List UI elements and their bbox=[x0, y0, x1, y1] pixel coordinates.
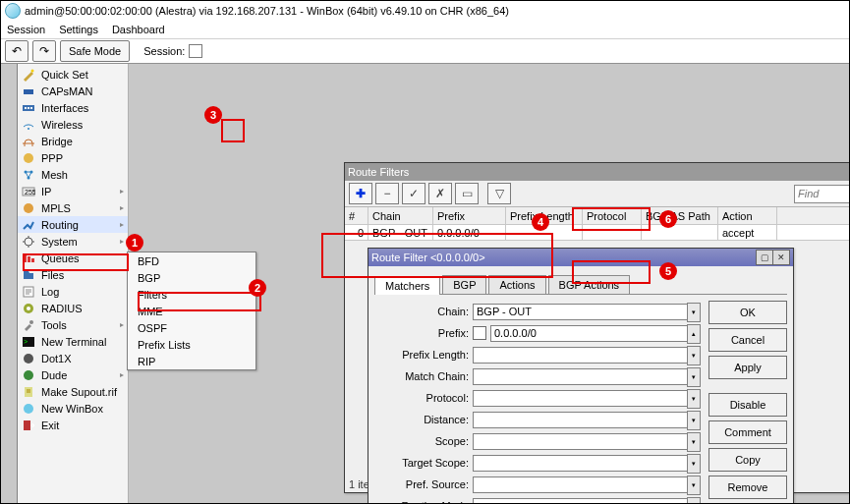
apply-button[interactable]: Apply bbox=[708, 356, 787, 379]
psrc-input[interactable] bbox=[473, 476, 701, 493]
sidebar-item-interfaces[interactable]: Interfaces bbox=[18, 99, 128, 116]
tab-matchers[interactable]: Matchers bbox=[374, 276, 440, 295]
table-row[interactable]: 0 BGP - OUT 0.0.0.0/0 accept bbox=[345, 225, 849, 241]
sidebar-item-dot1x[interactable]: Dot1X bbox=[18, 350, 128, 366]
filter-button[interactable]: ▽ bbox=[487, 183, 511, 204]
submenu-item-ospf[interactable]: OSPF bbox=[128, 319, 255, 336]
chain-input[interactable] bbox=[473, 304, 701, 320]
menu-dashboard[interactable]: Dashboard bbox=[112, 24, 165, 35]
lab-mchain: Match Chain: bbox=[374, 370, 473, 382]
dist-dd[interactable]: ▾ bbox=[687, 411, 701, 430]
sidebar-item-radius[interactable]: RADIUS bbox=[18, 300, 128, 316]
sidebar-item-log[interactable]: Log bbox=[18, 283, 128, 300]
prefix-check[interactable] bbox=[473, 326, 486, 340]
proto-dd[interactable]: ▾ bbox=[687, 389, 701, 409]
cell-chain: BGP - OUT bbox=[368, 225, 433, 241]
col-aspath[interactable]: BGP AS Path bbox=[642, 207, 718, 225]
scope-dd[interactable]: ▾ bbox=[687, 432, 701, 452]
chain-dd-icon[interactable]: ▾ bbox=[687, 303, 701, 322]
undo-button[interactable]: ↶ bbox=[5, 40, 28, 62]
enable-button[interactable]: ✓ bbox=[402, 183, 425, 204]
sidebar-item-supout[interactable]: Make Supout.rif bbox=[18, 383, 128, 400]
nwb-icon bbox=[22, 402, 35, 416]
dlg-close-button[interactable]: ✕ bbox=[772, 250, 790, 265]
rmark-dd[interactable]: ▾ bbox=[687, 497, 701, 505]
sidebar-item-system[interactable]: System▸ bbox=[18, 233, 128, 250]
sidebar-item-bridge[interactable]: Bridge bbox=[18, 133, 128, 149]
sidebar-item-queues[interactable]: Queues bbox=[18, 250, 128, 266]
submenu-item-mme[interactable]: MME bbox=[128, 303, 255, 319]
comment-button[interactable]: ▭ bbox=[455, 183, 479, 204]
find-input[interactable] bbox=[794, 185, 849, 203]
sidebar-item-files[interactable]: Files bbox=[18, 266, 128, 283]
remove-btn[interactable]: Remove bbox=[708, 476, 787, 499]
scope-input[interactable] bbox=[473, 433, 701, 450]
copy-btn[interactable]: Copy bbox=[708, 448, 787, 472]
tools-icon bbox=[22, 318, 35, 332]
rmark-input[interactable] bbox=[473, 498, 701, 505]
sidebar-item-capsman[interactable]: CAPsMAN bbox=[18, 83, 128, 99]
dlg-min-button[interactable]: ▢ bbox=[756, 250, 773, 265]
tscope-input[interactable] bbox=[473, 455, 701, 472]
sidebar-item-ip[interactable]: 255IP▸ bbox=[18, 183, 128, 199]
ok-button[interactable]: OK bbox=[708, 301, 787, 324]
sidebar-item-mpls[interactable]: MPLS▸ bbox=[18, 199, 128, 216]
add-button[interactable]: ✚ bbox=[349, 183, 372, 204]
lab-rmark: Routing Mark: bbox=[374, 500, 473, 504]
redo-button[interactable]: ↷ bbox=[32, 40, 56, 62]
safe-mode-button[interactable]: Safe Mode bbox=[60, 40, 130, 62]
submenu-item-rip[interactable]: RIP bbox=[128, 353, 255, 369]
disable-btn[interactable]: Disable bbox=[708, 393, 787, 417]
dist-input[interactable] bbox=[473, 412, 701, 428]
tab-bgp-actions[interactable]: BGP Actions bbox=[548, 275, 631, 294]
submenu-item-bgp[interactable]: BGP bbox=[128, 269, 255, 286]
sidebar-item-newwinbox[interactable]: New WinBox bbox=[18, 400, 128, 417]
plen-input[interactable] bbox=[473, 347, 701, 364]
sidebar-item-ppp[interactable]: PPP bbox=[18, 149, 128, 166]
menu-settings[interactable]: Settings bbox=[59, 24, 98, 35]
disable-button[interactable]: ✗ bbox=[428, 183, 452, 204]
sidebar-item-newterm[interactable]: >New Terminal bbox=[18, 333, 128, 350]
sidebar-item-wireless[interactable]: Wireless bbox=[18, 116, 128, 133]
remove-button[interactable]: − bbox=[375, 183, 399, 204]
badge-1: 1 bbox=[126, 234, 143, 252]
cell-action: accept bbox=[718, 225, 777, 241]
session-label: Session: bbox=[143, 45, 185, 57]
plen-dd[interactable]: ▾ bbox=[687, 346, 701, 365]
sidebar-item-routing[interactable]: Routing▸ bbox=[18, 216, 128, 233]
badge-3: 3 bbox=[204, 106, 222, 124]
submenu-arrow-icon: ▸ bbox=[120, 370, 124, 379]
col-chain[interactable]: Chain bbox=[368, 207, 433, 225]
comment-btn[interactable]: Comment bbox=[708, 420, 787, 444]
prefix-input[interactable] bbox=[490, 325, 701, 342]
submenu-item-filters[interactable]: Filters bbox=[128, 286, 255, 303]
mchain-input[interactable] bbox=[473, 368, 701, 385]
sidebar-item-dude[interactable]: Dude▸ bbox=[18, 366, 128, 383]
dlg-title: Route Filter <0.0.0.0/0> bbox=[371, 252, 485, 263]
proto-input[interactable] bbox=[473, 390, 701, 407]
menu-session[interactable]: Session bbox=[7, 24, 45, 35]
prefix-up-icon[interactable]: ▴ bbox=[687, 324, 701, 344]
col-action[interactable]: Action bbox=[718, 207, 777, 225]
caps-icon bbox=[22, 84, 35, 98]
session-checkbox[interactable] bbox=[189, 44, 202, 58]
psrc-dd[interactable]: ▾ bbox=[687, 476, 701, 495]
col-proto[interactable]: Protocol bbox=[583, 207, 642, 225]
sidebar-item-quickset[interactable]: Quick Set bbox=[18, 66, 128, 83]
cell-num: 0 bbox=[345, 225, 368, 241]
svg-point-6 bbox=[28, 128, 29, 130]
dot1x-icon bbox=[22, 352, 35, 365]
submenu-item-prefix-lists[interactable]: Prefix Lists bbox=[128, 336, 255, 353]
tab-actions[interactable]: Actions bbox=[488, 275, 545, 294]
col-prefix[interactable]: Prefix bbox=[433, 207, 506, 225]
mchain-dd[interactable]: ▾ bbox=[687, 367, 701, 387]
sidebar-item-tools[interactable]: Tools▸ bbox=[18, 316, 128, 333]
tab-bgp[interactable]: BGP bbox=[442, 275, 486, 294]
sidebar-item-mesh[interactable]: Mesh bbox=[18, 166, 128, 183]
sidebar-item-exit[interactable]: Exit bbox=[18, 417, 128, 433]
tscope-dd[interactable]: ▾ bbox=[687, 454, 701, 474]
svg-rect-4 bbox=[28, 107, 29, 109]
submenu-item-bfd[interactable]: BFD bbox=[128, 252, 255, 269]
cancel-button[interactable]: Cancel bbox=[708, 328, 787, 352]
col-num[interactable]: # bbox=[345, 207, 368, 225]
